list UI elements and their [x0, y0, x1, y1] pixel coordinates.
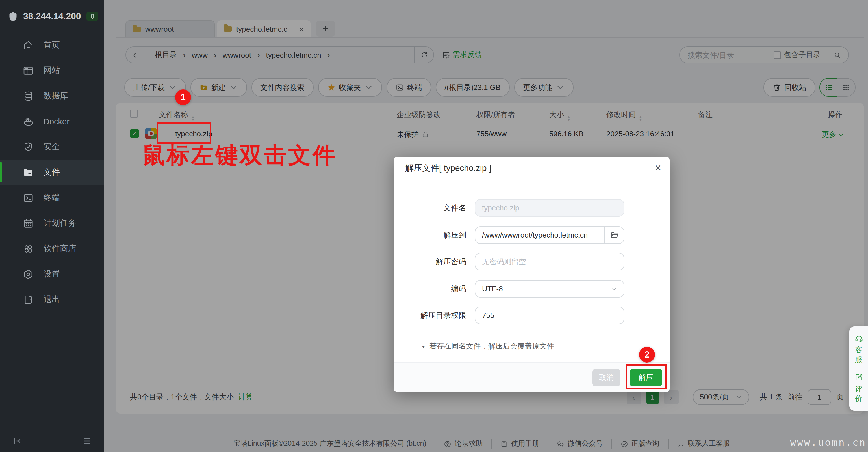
gear-icon: [23, 269, 34, 280]
sidebar-item-label: 软件商店: [43, 243, 76, 254]
server-logo[interactable]: 38.244.14.200 0: [0, 0, 104, 28]
sidebar-item-database[interactable]: 数据库: [0, 83, 104, 109]
sidebar-nav: 首页 网站 数据库 Docker 安全 文件 终端 计划任务 软件商店 设置 退…: [0, 32, 104, 312]
sidebar-item-label: 首页: [43, 39, 60, 50]
shield-logo-icon: [7, 11, 19, 22]
field-filename: 文件名: [394, 199, 624, 217]
field-label: 解压到: [394, 230, 466, 240]
annotation-box-filename: [157, 122, 211, 144]
sidebar-item-docker[interactable]: Docker: [0, 109, 104, 134]
server-ip: 38.244.14.200: [23, 11, 81, 22]
sidebar-item-appstore[interactable]: 软件商店: [0, 236, 104, 261]
annotation-box-unzip: [626, 364, 667, 389]
website-icon: [23, 65, 34, 76]
encoding-value: UTF-8: [482, 285, 503, 293]
sidebar-item-label: 终端: [43, 192, 60, 203]
sidebar-item-label: 计划任务: [43, 218, 76, 229]
menu-list-icon[interactable]: [82, 436, 92, 446]
dialog-title: 解压文件[ typecho.zip ]: [405, 163, 491, 174]
dir-permission-input[interactable]: [475, 307, 624, 324]
sidebar: 38.244.14.200 0 首页 网站 数据库 Docker 安全 文件 终…: [0, 0, 104, 452]
browse-folder-button[interactable]: [604, 226, 624, 244]
notification-badge: 0: [87, 12, 98, 21]
shield-check-icon: [23, 141, 34, 152]
watermark: www.uomn.cn: [790, 437, 866, 448]
sidebar-footer: [0, 429, 104, 452]
field-label: 解压目录权限: [394, 310, 466, 320]
sidebar-item-label: 安全: [43, 141, 60, 152]
dialog-note: • 若存在同名文件，解压后会覆盖原文件: [422, 341, 554, 351]
annotation-step-2: 2: [639, 347, 655, 363]
chevron-down-icon: [612, 286, 617, 292]
headset-icon: [854, 334, 863, 343]
cancel-button[interactable]: 取消: [592, 369, 620, 386]
sidebar-item-security[interactable]: 安全: [0, 134, 104, 160]
annotation-tip-text: 鼠标左键双击文件: [143, 144, 337, 166]
sidebar-item-settings[interactable]: 设置: [0, 261, 104, 287]
edit-icon: [854, 373, 863, 382]
unzip-password-input[interactable]: [475, 253, 624, 271]
customer-service-label: 客服: [855, 346, 863, 365]
dialog-header: 解压文件[ typecho.zip ]: [394, 157, 670, 180]
note-text: 若存在同名文件，解压后会覆盖原文件: [429, 341, 554, 351]
folder-icon: [23, 167, 34, 178]
sidebar-item-files[interactable]: 文件: [0, 160, 104, 185]
sidebar-item-home[interactable]: 首页: [0, 32, 104, 58]
review-tab[interactable]: 评价: [854, 373, 863, 404]
unzip-dialog: 解压文件[ typecho.zip ] × 文件名 解压到 解压密码 编码 UT…: [394, 157, 670, 392]
filename-input: [475, 199, 624, 217]
customer-service-tab[interactable]: 客服: [854, 334, 863, 365]
sidebar-item-logout[interactable]: 退出: [0, 287, 104, 312]
annotation-step-1: 1: [175, 89, 191, 105]
field-label: 文件名: [394, 203, 466, 213]
field-label: 解压密码: [394, 257, 466, 267]
destination-input[interactable]: [475, 226, 604, 244]
field-encoding: 编码 UTF-8: [394, 280, 624, 298]
field-dir-permission: 解压目录权限: [394, 307, 624, 324]
field-destination: 解压到: [394, 226, 624, 244]
sidebar-item-terminal[interactable]: 终端: [0, 185, 104, 210]
sidebar-item-label: 数据库: [43, 90, 68, 101]
review-label: 评价: [855, 385, 863, 404]
terminal-icon: [23, 192, 34, 203]
encoding-select[interactable]: UTF-8: [475, 280, 624, 298]
docker-icon: [23, 116, 34, 127]
database-icon: [23, 90, 34, 102]
calendar-icon: [23, 218, 34, 229]
collapse-sidebar-icon[interactable]: [12, 436, 22, 446]
sidebar-item-label: 退出: [43, 294, 60, 305]
bullet-icon: •: [422, 342, 425, 350]
sidebar-item-label: Docker: [43, 117, 69, 126]
sidebar-item-website[interactable]: 网站: [0, 58, 104, 83]
sidebar-item-cron[interactable]: 计划任务: [0, 210, 104, 236]
float-sidebar: 客服 评价: [849, 327, 868, 411]
sidebar-item-label: 设置: [43, 269, 60, 279]
app-store-icon: [23, 243, 34, 254]
logout-icon: [23, 294, 34, 305]
field-password: 解压密码: [394, 253, 624, 271]
sidebar-item-label: 文件: [43, 167, 60, 178]
folder-open-icon: [610, 231, 619, 239]
sidebar-item-label: 网站: [43, 65, 60, 76]
close-dialog-icon[interactable]: ×: [655, 162, 661, 174]
bt-panel-file-manager: 38.244.14.200 0 首页 网站 数据库 Docker 安全 文件 终…: [0, 0, 868, 452]
home-icon: [23, 39, 34, 51]
field-label: 编码: [394, 284, 466, 294]
